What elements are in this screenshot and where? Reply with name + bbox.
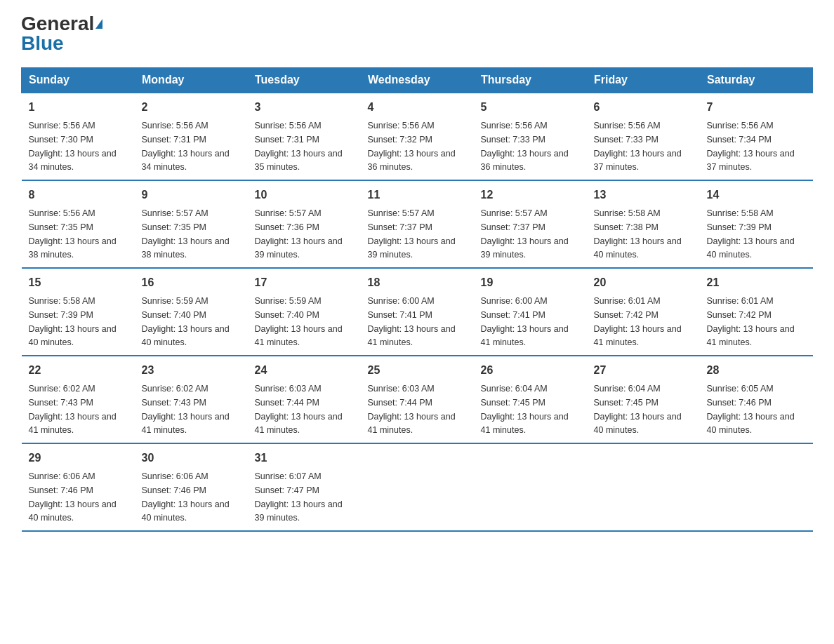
column-header-saturday: Saturday [700, 68, 813, 93]
day-number: 1 [29, 99, 128, 116]
daylight-info: Daylight: 13 hours and 41 minutes. [255, 324, 343, 348]
sunset-info: Sunset: 7:40 PM [255, 310, 319, 320]
sunrise-info: Sunrise: 6:05 AM [707, 384, 774, 394]
sunset-info: Sunset: 7:43 PM [29, 398, 93, 408]
daylight-info: Daylight: 13 hours and 39 minutes. [255, 499, 343, 523]
calendar-header: SundayMondayTuesdayWednesdayThursdayFrid… [22, 68, 813, 93]
calendar-cell: 25 Sunrise: 6:03 AM Sunset: 7:44 PM Dayl… [361, 356, 474, 443]
sunrise-info: Sunrise: 6:06 AM [29, 471, 95, 481]
calendar-cell [361, 443, 474, 531]
day-number: 19 [481, 274, 580, 291]
sunset-info: Sunset: 7:45 PM [481, 398, 545, 408]
calendar-cell: 7 Sunrise: 5:56 AM Sunset: 7:34 PM Dayli… [700, 93, 813, 180]
sunrise-info: Sunrise: 5:56 AM [481, 121, 548, 130]
sunrise-info: Sunrise: 5:57 AM [142, 208, 208, 218]
calendar-cell: 4 Sunrise: 5:56 AM Sunset: 7:32 PM Dayli… [361, 93, 474, 180]
sunset-info: Sunset: 7:41 PM [368, 310, 432, 320]
week-row-5: 29 Sunrise: 6:06 AM Sunset: 7:46 PM Dayl… [22, 443, 813, 531]
column-header-sunday: Sunday [22, 68, 135, 93]
calendar-cell: 21 Sunrise: 6:01 AM Sunset: 7:42 PM Dayl… [700, 268, 813, 356]
calendar-cell: 9 Sunrise: 5:57 AM Sunset: 7:35 PM Dayli… [135, 180, 248, 268]
calendar-cell: 14 Sunrise: 5:58 AM Sunset: 7:39 PM Dayl… [700, 180, 813, 268]
daylight-info: Daylight: 13 hours and 34 minutes. [29, 149, 117, 173]
sunset-info: Sunset: 7:45 PM [594, 398, 658, 408]
sunset-info: Sunset: 7:31 PM [142, 135, 206, 145]
day-number: 7 [707, 99, 806, 116]
week-row-1: 1 Sunrise: 5:56 AM Sunset: 7:30 PM Dayli… [22, 93, 813, 180]
sunset-info: Sunset: 7:34 PM [707, 135, 772, 145]
sunrise-info: Sunrise: 6:06 AM [142, 471, 208, 481]
daylight-info: Daylight: 13 hours and 40 minutes. [142, 499, 230, 523]
sunset-info: Sunset: 7:32 PM [368, 135, 432, 145]
daylight-info: Daylight: 13 hours and 41 minutes. [481, 324, 569, 348]
day-number: 26 [481, 362, 580, 379]
sunrise-info: Sunrise: 6:00 AM [481, 296, 548, 306]
calendar-cell: 26 Sunrise: 6:04 AM Sunset: 7:45 PM Dayl… [474, 356, 587, 443]
column-header-wednesday: Wednesday [361, 68, 474, 93]
day-number: 27 [594, 362, 693, 379]
calendar-cell: 16 Sunrise: 5:59 AM Sunset: 7:40 PM Dayl… [135, 268, 248, 356]
daylight-info: Daylight: 13 hours and 40 minutes. [142, 324, 230, 348]
calendar-cell: 12 Sunrise: 5:57 AM Sunset: 7:37 PM Dayl… [474, 180, 587, 268]
sunrise-info: Sunrise: 6:04 AM [594, 384, 661, 394]
daylight-info: Daylight: 13 hours and 34 minutes. [142, 149, 230, 173]
daylight-info: Daylight: 13 hours and 39 minutes. [481, 236, 569, 260]
calendar-cell: 27 Sunrise: 6:04 AM Sunset: 7:45 PM Dayl… [587, 356, 700, 443]
sunrise-info: Sunrise: 5:56 AM [29, 208, 95, 218]
day-number: 22 [29, 362, 128, 379]
daylight-info: Daylight: 13 hours and 40 minutes. [29, 499, 117, 523]
sunrise-info: Sunrise: 5:56 AM [255, 121, 322, 130]
sunset-info: Sunset: 7:44 PM [255, 398, 319, 408]
sunset-info: Sunset: 7:33 PM [481, 135, 545, 145]
daylight-info: Daylight: 13 hours and 41 minutes. [29, 412, 117, 436]
sunrise-info: Sunrise: 5:56 AM [142, 121, 208, 130]
calendar-cell [474, 443, 587, 531]
daylight-info: Daylight: 13 hours and 38 minutes. [29, 236, 117, 260]
day-number: 10 [255, 187, 354, 203]
calendar-cell: 23 Sunrise: 6:02 AM Sunset: 7:43 PM Dayl… [135, 356, 248, 443]
sunrise-info: Sunrise: 5:57 AM [368, 208, 435, 218]
day-number: 30 [142, 450, 241, 467]
day-number: 15 [29, 274, 128, 291]
sunset-info: Sunset: 7:39 PM [29, 310, 93, 320]
sunset-info: Sunset: 7:43 PM [142, 398, 206, 408]
sunrise-info: Sunrise: 5:57 AM [481, 208, 548, 218]
sunset-info: Sunset: 7:37 PM [368, 222, 432, 232]
calendar-cell: 30 Sunrise: 6:06 AM Sunset: 7:46 PM Dayl… [135, 443, 248, 531]
sunrise-info: Sunrise: 5:56 AM [29, 121, 95, 130]
sunset-info: Sunset: 7:40 PM [142, 310, 206, 320]
daylight-info: Daylight: 13 hours and 36 minutes. [368, 149, 456, 173]
sunrise-info: Sunrise: 6:00 AM [368, 296, 435, 306]
day-number: 13 [594, 187, 693, 203]
daylight-info: Daylight: 13 hours and 40 minutes. [707, 412, 795, 436]
day-number: 9 [142, 187, 241, 203]
day-number: 21 [707, 274, 806, 291]
sunset-info: Sunset: 7:39 PM [707, 222, 772, 232]
sunrise-info: Sunrise: 5:58 AM [594, 208, 661, 218]
daylight-info: Daylight: 13 hours and 39 minutes. [368, 236, 456, 260]
day-number: 3 [255, 99, 354, 116]
daylight-info: Daylight: 13 hours and 41 minutes. [707, 324, 795, 348]
day-number: 24 [255, 362, 354, 379]
calendar-cell: 2 Sunrise: 5:56 AM Sunset: 7:31 PM Dayli… [135, 93, 248, 180]
day-number: 18 [368, 274, 467, 291]
calendar-cell: 5 Sunrise: 5:56 AM Sunset: 7:33 PM Dayli… [474, 93, 587, 180]
calendar-cell: 22 Sunrise: 6:02 AM Sunset: 7:43 PM Dayl… [22, 356, 135, 443]
sunrise-info: Sunrise: 5:59 AM [255, 296, 322, 306]
calendar-cell [587, 443, 700, 531]
sunset-info: Sunset: 7:31 PM [255, 135, 319, 145]
calendar-cell: 6 Sunrise: 5:56 AM Sunset: 7:33 PM Dayli… [587, 93, 700, 180]
sunset-info: Sunset: 7:42 PM [594, 310, 658, 320]
day-number: 28 [707, 362, 806, 379]
calendar-cell: 13 Sunrise: 5:58 AM Sunset: 7:38 PM Dayl… [587, 180, 700, 268]
calendar-cell: 24 Sunrise: 6:03 AM Sunset: 7:44 PM Dayl… [248, 356, 361, 443]
daylight-info: Daylight: 13 hours and 38 minutes. [142, 236, 230, 260]
calendar-cell: 31 Sunrise: 6:07 AM Sunset: 7:47 PM Dayl… [248, 443, 361, 531]
sunset-info: Sunset: 7:36 PM [255, 222, 319, 232]
calendar-cell: 1 Sunrise: 5:56 AM Sunset: 7:30 PM Dayli… [22, 93, 135, 180]
day-number: 8 [29, 187, 128, 203]
logo-blue-text: Blue [21, 32, 64, 54]
calendar-table: SundayMondayTuesdayWednesdayThursdayFrid… [21, 67, 813, 532]
daylight-info: Daylight: 13 hours and 41 minutes. [368, 324, 456, 348]
sunset-info: Sunset: 7:42 PM [707, 310, 772, 320]
